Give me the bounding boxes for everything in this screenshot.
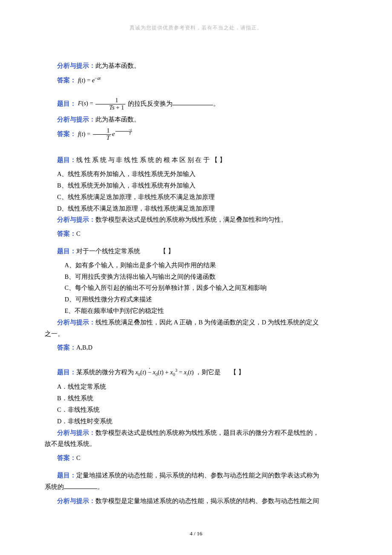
option-a: A．线性定常系统 xyxy=(57,381,347,393)
answer-label: 答案： xyxy=(57,344,76,351)
option-list: A、线性系统有外加输入，非线性系统无外加输入 B、线性系统无外加输入，非线性系统… xyxy=(45,168,347,214)
question-label: 题目： xyxy=(57,472,76,479)
option-list: A、如有多个输入，则输出是多个输入共同作用的结果 B、可用拉氏变换方法得出输入与… xyxy=(45,260,347,317)
answer-text: C xyxy=(76,230,81,237)
page: 真诚为您提供优质参考资料，若有不当之处，请指正。 分析与提示：此为基本函数。 答… xyxy=(0,0,392,555)
question-block: 题目：对于一个线性定常系统【 】 xyxy=(45,246,347,257)
option-d: D、可用线性微分方程式来描述 xyxy=(64,294,347,305)
question-text-line1: 定量地描述系统的动态性能，揭示系统的结构、参数与动态性能之间的数学表达式称为 xyxy=(76,472,319,479)
option-c: C、每个输入所引起的输出不可分别单独计算，因多个输入之间互相影响 xyxy=(64,282,347,294)
hint-text: 此为基本函数。 xyxy=(95,62,140,69)
answer-text: A,B,D xyxy=(76,344,92,351)
option-a: A、如有多个输入，则输出是多个输入共同作用的结果 xyxy=(64,260,347,271)
hint-label: 分析与提示： xyxy=(57,62,95,69)
bracket: 【 】 xyxy=(160,248,174,254)
bracket: 【 】 xyxy=(230,369,245,376)
hint-label: 分析与提示： xyxy=(57,429,95,436)
question-block: 题目：线 性 系 统 与 非 线 性 系 统 的 根 本 区 别 在 于【 】 xyxy=(45,154,347,166)
option-d: D．非线性时变系统 xyxy=(57,416,347,427)
question-block: 题目：某系统的微分方程为 x0(t) − x0(t) + x03 = xi(t)… xyxy=(45,366,347,379)
hint-block: 分析与提示：数学模型是定量地描述系统的动态性能，揭示系统的结构、参数与动态性能之… xyxy=(45,495,347,507)
question-mid: ，则它是 xyxy=(195,369,221,376)
answer-label: 答案： xyxy=(57,454,76,461)
hint-block: 分析与提示：线性系统满足叠加性，因此 A 正确，B 为传递函数的定义，D 为线性… xyxy=(45,317,347,340)
option-a: A、线性系统有外加输入，非线性系统无外加输入 xyxy=(57,168,347,180)
option-d: D、线性系统不满足迭加原理，非线性系统满足迭加原理 xyxy=(57,203,347,214)
option-b: B、线性系统无外加输入，非线性系统有外加输入 xyxy=(57,180,347,191)
answer-label: 答案： xyxy=(57,130,76,137)
question-text-line2: 系统的 xyxy=(45,483,64,490)
hint-label: 分析与提示： xyxy=(57,497,95,504)
hint-text-line2: 故不是线性系统。 xyxy=(45,438,347,450)
question-label: 题目： xyxy=(57,156,76,163)
question-block: 题目： F(s) = 1Ts + 1 的拉氏反变换为。 xyxy=(45,97,347,111)
hint-block: 分析与提示：此为基本函数。 xyxy=(45,60,347,72)
option-list: A．线性定常系统 B．线性系统 C．非线性系统 D．非线性时变系统 xyxy=(45,381,347,427)
question-lead: 某系统的微分方程为 xyxy=(76,369,134,376)
question-formula: F(s) = 1Ts + 1 xyxy=(78,100,128,107)
question-block: 题目：定量地描述系统的动态性能，揭示系统的结构、参数与动态性能之间的数学表达式称… xyxy=(45,470,347,493)
option-b: B、可用拉氏变换方法得出输入与输出之间的传递函数 xyxy=(64,271,347,283)
question-trailing: 。 xyxy=(213,100,219,107)
question-label: 题目： xyxy=(57,248,76,254)
hint-text: 数学模型是定量地描述系统的动态性能，揭示系统的结构、参数与动态性能之间 xyxy=(95,497,319,504)
hint-text-line1: 线性系统满足叠加性，因此 A 正确，B 为传递函数的定义，D 为线性系统的定义 xyxy=(95,319,319,326)
page-number: 4 / 16 xyxy=(0,529,392,539)
blank-line xyxy=(64,489,97,489)
hint-text: 数学模型表达式是线性的系统称为线性系统，满足叠加性和均匀性。 xyxy=(95,216,287,223)
question-label: 题目： xyxy=(57,100,76,107)
answer-formula: f(t) = e−at xyxy=(78,77,101,84)
hint-block: 分析与提示：数学模型表达式是线性的系统称为线性系统，题目表示的微分方程不是线性的… xyxy=(45,427,347,450)
hint-label: 分析与提示： xyxy=(57,116,95,123)
hint-block: 分析与提示：数学模型表达式是线性的系统称为线性系统，满足叠加性和均匀性。 xyxy=(45,214,347,225)
blank-line xyxy=(173,105,213,105)
option-b: B．线性系统 xyxy=(57,393,347,404)
question-equation: x0(t) − x0(t) + x03 = xi(t) xyxy=(135,369,196,376)
hint-block: 分析与提示：此为基本函数。 xyxy=(45,114,347,125)
hint-text-line1: 数学模型表达式是线性的系统称为线性系统，题目表示的微分方程不是线性的， xyxy=(95,429,319,436)
option-c: C．非线性系统 xyxy=(57,404,347,416)
option-e: E、不能在频率域中判别它的稳定性 xyxy=(64,305,347,317)
hint-label: 分析与提示： xyxy=(57,216,95,223)
answer-label: 答案： xyxy=(57,77,76,84)
hint-text-line2: 之一。 xyxy=(45,328,347,340)
question-text: 线 性 系 统 与 非 线 性 系 统 的 根 本 区 别 在 于 xyxy=(76,156,210,163)
page-header-tagline: 真诚为您提供优质参考资料，若有不当之处，请指正。 xyxy=(45,23,347,32)
hint-label: 分析与提示： xyxy=(57,319,95,326)
answer-label: 答案： xyxy=(57,230,76,237)
question-trailing: 。 xyxy=(97,483,104,490)
answer-formula: f(t) = 1Te−tT xyxy=(78,130,132,137)
question-label: 题目： xyxy=(57,369,76,376)
answer-block: 答案：C xyxy=(45,452,347,464)
answer-block: 答案：C xyxy=(45,228,347,240)
answer-block: 答案： f(t) = e−at xyxy=(45,74,347,86)
question-text: 对于一个线性定常系统 xyxy=(76,248,140,254)
hint-text: 此为基本函数。 xyxy=(95,116,140,123)
option-c: C、线性系统满足迭加原理，非线性系统不满足迭加原理 xyxy=(57,191,347,203)
answer-block: 答案：A,B,D xyxy=(45,342,347,353)
question-tail: 的拉氏反变换为 xyxy=(128,100,173,107)
answer-block: 答案： f(t) = 1Te−tT xyxy=(45,127,347,142)
bracket: 【 】 xyxy=(211,156,226,163)
answer-text: C xyxy=(76,454,81,461)
